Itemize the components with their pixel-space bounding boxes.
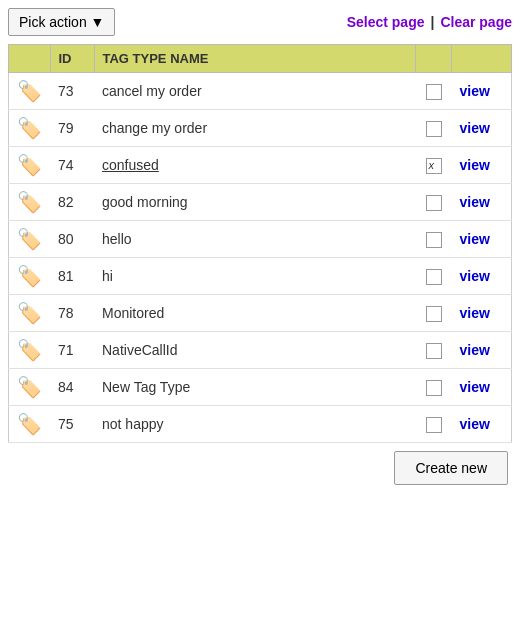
row-checkbox[interactable] bbox=[426, 269, 442, 285]
col-header-view bbox=[452, 45, 512, 73]
main-container: Pick action ▼ Select page | Clear page I… bbox=[0, 0, 520, 493]
row-view-link[interactable]: view bbox=[460, 379, 490, 395]
table-row: 🏷️84New Tag Typeview bbox=[9, 369, 512, 406]
row-checkbox-cell[interactable] bbox=[416, 73, 452, 110]
row-view-cell: view bbox=[452, 221, 512, 258]
tag-icon: 🏷️ bbox=[17, 264, 42, 288]
row-view-cell: view bbox=[452, 332, 512, 369]
row-icon: 🏷️ bbox=[9, 221, 51, 258]
tag-icon: 🏷️ bbox=[17, 153, 42, 177]
row-checkbox-cell[interactable] bbox=[416, 295, 452, 332]
row-checkbox[interactable] bbox=[426, 195, 442, 211]
tag-icon: 🏷️ bbox=[17, 79, 42, 103]
row-id: 73 bbox=[50, 73, 94, 110]
row-id: 78 bbox=[50, 295, 94, 332]
row-checkbox[interactable] bbox=[426, 84, 442, 100]
row-icon: 🏷️ bbox=[9, 406, 51, 443]
tag-icon: 🏷️ bbox=[17, 301, 42, 325]
create-new-button[interactable]: Create new bbox=[394, 451, 508, 485]
row-checkbox-cell[interactable] bbox=[416, 258, 452, 295]
table-row: 🏷️79change my orderview bbox=[9, 110, 512, 147]
row-name: NativeCallId bbox=[94, 332, 416, 369]
row-view-cell: view bbox=[452, 406, 512, 443]
tag-icon: 🏷️ bbox=[17, 375, 42, 399]
table-row: 🏷️82good morningview bbox=[9, 184, 512, 221]
row-id: 71 bbox=[50, 332, 94, 369]
row-view-cell: view bbox=[452, 184, 512, 221]
row-id: 80 bbox=[50, 221, 94, 258]
row-id: 82 bbox=[50, 184, 94, 221]
row-name: Monitored bbox=[94, 295, 416, 332]
row-view-link[interactable]: view bbox=[460, 268, 490, 284]
row-checkbox[interactable] bbox=[426, 121, 442, 137]
row-name: confused bbox=[94, 147, 416, 184]
row-view-link[interactable]: view bbox=[460, 305, 490, 321]
row-id: 79 bbox=[50, 110, 94, 147]
row-view-cell: view bbox=[452, 369, 512, 406]
row-view-link[interactable]: view bbox=[460, 231, 490, 247]
row-name: cancel my order bbox=[94, 73, 416, 110]
row-id: 84 bbox=[50, 369, 94, 406]
row-checkbox[interactable] bbox=[426, 417, 442, 433]
row-view-link[interactable]: view bbox=[460, 83, 490, 99]
table-row: 🏷️71NativeCallIdview bbox=[9, 332, 512, 369]
row-checkbox[interactable] bbox=[426, 343, 442, 359]
row-name: change my order bbox=[94, 110, 416, 147]
row-checkbox[interactable] bbox=[426, 232, 442, 248]
table-row: 🏷️78Monitoredview bbox=[9, 295, 512, 332]
row-id: 75 bbox=[50, 406, 94, 443]
row-view-cell: view bbox=[452, 295, 512, 332]
row-icon: 🏷️ bbox=[9, 110, 51, 147]
table-row: 🏷️81hiview bbox=[9, 258, 512, 295]
col-header-name: TAG TYPE NAME bbox=[94, 45, 416, 73]
table-row: 🏷️80helloview bbox=[9, 221, 512, 258]
row-checkbox-cell[interactable] bbox=[416, 369, 452, 406]
row-checkbox-cell[interactable] bbox=[416, 184, 452, 221]
pick-action-button[interactable]: Pick action ▼ bbox=[8, 8, 115, 36]
row-icon: 🏷️ bbox=[9, 332, 51, 369]
row-view-link[interactable]: view bbox=[460, 416, 490, 432]
top-links: Select page | Clear page bbox=[347, 14, 512, 30]
row-checkbox-cell[interactable] bbox=[416, 406, 452, 443]
row-checkbox[interactable] bbox=[426, 158, 442, 174]
row-id: 74 bbox=[50, 147, 94, 184]
clear-page-link[interactable]: Clear page bbox=[440, 14, 512, 30]
row-name: good morning bbox=[94, 184, 416, 221]
table-header-row: ID TAG TYPE NAME bbox=[9, 45, 512, 73]
separator: | bbox=[430, 14, 434, 30]
row-icon: 🏷️ bbox=[9, 369, 51, 406]
row-view-cell: view bbox=[452, 258, 512, 295]
row-view-link[interactable]: view bbox=[460, 120, 490, 136]
top-bar: Pick action ▼ Select page | Clear page bbox=[8, 8, 512, 36]
row-view-link[interactable]: view bbox=[460, 194, 490, 210]
row-icon: 🏷️ bbox=[9, 184, 51, 221]
row-name: hello bbox=[94, 221, 416, 258]
row-id: 81 bbox=[50, 258, 94, 295]
select-page-link[interactable]: Select page bbox=[347, 14, 425, 30]
row-checkbox-cell[interactable] bbox=[416, 221, 452, 258]
table-row: 🏷️75not happyview bbox=[9, 406, 512, 443]
tag-type-table: ID TAG TYPE NAME 🏷️73cancel my orderview… bbox=[8, 44, 512, 443]
row-checkbox-cell[interactable] bbox=[416, 332, 452, 369]
col-header-icon bbox=[9, 45, 51, 73]
row-view-link[interactable]: view bbox=[460, 157, 490, 173]
col-header-id: ID bbox=[50, 45, 94, 73]
row-name: hi bbox=[94, 258, 416, 295]
tag-icon: 🏷️ bbox=[17, 190, 42, 214]
tag-icon: 🏷️ bbox=[17, 116, 42, 140]
row-checkbox-cell[interactable] bbox=[416, 147, 452, 184]
tag-icon: 🏷️ bbox=[17, 338, 42, 362]
row-checkbox-cell[interactable] bbox=[416, 110, 452, 147]
row-icon: 🏷️ bbox=[9, 73, 51, 110]
row-checkbox[interactable] bbox=[426, 306, 442, 322]
row-view-link[interactable]: view bbox=[460, 342, 490, 358]
row-icon: 🏷️ bbox=[9, 258, 51, 295]
row-name: not happy bbox=[94, 406, 416, 443]
row-checkbox[interactable] bbox=[426, 380, 442, 396]
row-icon: 🏷️ bbox=[9, 147, 51, 184]
tag-icon: 🏷️ bbox=[17, 412, 42, 436]
row-view-cell: view bbox=[452, 110, 512, 147]
tag-icon: 🏷️ bbox=[17, 227, 42, 251]
col-header-check bbox=[416, 45, 452, 73]
row-view-cell: view bbox=[452, 73, 512, 110]
